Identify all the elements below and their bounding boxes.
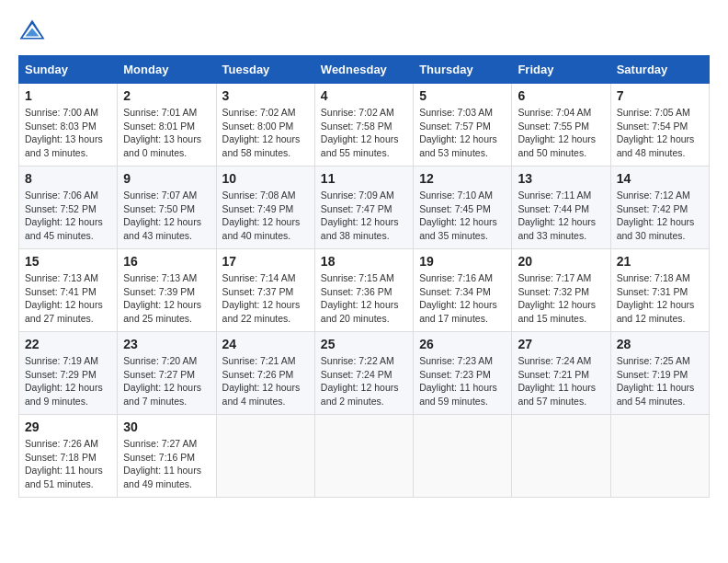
day-cell: 10Sunrise: 7:08 AM Sunset: 7:49 PM Dayli… — [216, 167, 314, 249]
day-cell: 6Sunrise: 7:04 AM Sunset: 7:55 PM Daylig… — [512, 84, 610, 167]
day-cell — [414, 415, 512, 498]
day-cell: 16Sunrise: 7:13 AM Sunset: 7:39 PM Dayli… — [118, 249, 216, 332]
day-number: 7 — [617, 88, 703, 103]
day-info: Sunrise: 7:16 AM Sunset: 7:34 PM Dayligh… — [419, 271, 506, 326]
header-cell-friday: Friday — [512, 56, 610, 84]
day-cell — [610, 415, 709, 498]
day-number: 14 — [617, 171, 703, 186]
day-number: 8 — [25, 171, 111, 186]
header-cell-thursday: Thursday — [414, 56, 512, 84]
day-cell: 24Sunrise: 7:21 AM Sunset: 7:26 PM Dayli… — [216, 332, 314, 415]
day-info: Sunrise: 7:13 AM Sunset: 7:41 PM Dayligh… — [25, 271, 111, 326]
day-info: Sunrise: 7:12 AM Sunset: 7:42 PM Dayligh… — [617, 189, 703, 243]
header — [18, 18, 710, 46]
day-number: 29 — [25, 419, 111, 434]
day-cell: 3Sunrise: 7:02 AM Sunset: 8:00 PM Daylig… — [216, 84, 314, 167]
day-info: Sunrise: 7:18 AM Sunset: 7:31 PM Dayligh… — [617, 271, 703, 326]
day-number: 20 — [518, 254, 604, 269]
day-info: Sunrise: 7:15 AM Sunset: 7:36 PM Dayligh… — [321, 271, 407, 326]
day-info: Sunrise: 7:07 AM Sunset: 7:50 PM Dayligh… — [123, 189, 210, 243]
week-row-3: 15Sunrise: 7:13 AM Sunset: 7:41 PM Dayli… — [19, 249, 710, 332]
day-info: Sunrise: 7:03 AM Sunset: 7:57 PM Dayligh… — [419, 106, 506, 160]
day-info: Sunrise: 7:00 AM Sunset: 8:03 PM Dayligh… — [25, 106, 111, 160]
header-cell-tuesday: Tuesday — [216, 56, 314, 84]
week-row-2: 8Sunrise: 7:06 AM Sunset: 7:52 PM Daylig… — [19, 167, 710, 249]
day-cell: 29Sunrise: 7:26 AM Sunset: 7:18 PM Dayli… — [19, 415, 118, 498]
day-info: Sunrise: 7:10 AM Sunset: 7:45 PM Dayligh… — [419, 189, 506, 243]
day-info: Sunrise: 7:02 AM Sunset: 8:00 PM Dayligh… — [222, 106, 309, 160]
week-row-1: 1Sunrise: 7:00 AM Sunset: 8:03 PM Daylig… — [19, 84, 710, 167]
day-cell: 20Sunrise: 7:17 AM Sunset: 7:32 PM Dayli… — [512, 249, 610, 332]
day-info: Sunrise: 7:05 AM Sunset: 7:54 PM Dayligh… — [617, 106, 703, 160]
day-number: 22 — [25, 337, 111, 351]
day-number: 1 — [25, 88, 111, 103]
day-info: Sunrise: 7:04 AM Sunset: 7:55 PM Dayligh… — [518, 106, 604, 160]
day-number: 5 — [419, 88, 506, 103]
header-cell-wednesday: Wednesday — [314, 56, 413, 84]
logo — [18, 18, 50, 46]
day-cell — [512, 415, 610, 498]
day-cell: 17Sunrise: 7:14 AM Sunset: 7:37 PM Dayli… — [216, 249, 314, 332]
day-number: 9 — [123, 171, 210, 186]
day-cell: 2Sunrise: 7:01 AM Sunset: 8:01 PM Daylig… — [118, 84, 216, 167]
day-number: 15 — [25, 254, 111, 269]
week-row-4: 22Sunrise: 7:19 AM Sunset: 7:29 PM Dayli… — [19, 332, 710, 415]
logo-icon — [18, 18, 46, 46]
day-number: 2 — [123, 88, 210, 103]
day-number: 4 — [321, 88, 407, 103]
day-cell: 7Sunrise: 7:05 AM Sunset: 7:54 PM Daylig… — [610, 84, 709, 167]
day-info: Sunrise: 7:24 AM Sunset: 7:21 PM Dayligh… — [518, 354, 604, 408]
day-cell: 14Sunrise: 7:12 AM Sunset: 7:42 PM Dayli… — [610, 167, 709, 249]
day-cell: 19Sunrise: 7:16 AM Sunset: 7:34 PM Dayli… — [414, 249, 512, 332]
day-number: 30 — [123, 419, 210, 434]
day-number: 17 — [222, 254, 309, 269]
day-number: 25 — [321, 337, 407, 351]
day-info: Sunrise: 7:13 AM Sunset: 7:39 PM Dayligh… — [123, 271, 210, 326]
day-number: 27 — [518, 337, 604, 351]
day-cell: 28Sunrise: 7:25 AM Sunset: 7:19 PM Dayli… — [610, 332, 709, 415]
day-number: 6 — [518, 88, 604, 103]
day-info: Sunrise: 7:17 AM Sunset: 7:32 PM Dayligh… — [518, 271, 604, 326]
day-cell: 13Sunrise: 7:11 AM Sunset: 7:44 PM Dayli… — [512, 167, 610, 249]
day-number: 18 — [321, 254, 407, 269]
day-info: Sunrise: 7:02 AM Sunset: 7:58 PM Dayligh… — [321, 106, 407, 160]
calendar-table: SundayMondayTuesdayWednesdayThursdayFrid… — [18, 55, 710, 498]
header-cell-monday: Monday — [118, 56, 216, 84]
day-number: 26 — [419, 337, 506, 351]
day-number: 11 — [321, 171, 407, 186]
day-cell: 23Sunrise: 7:20 AM Sunset: 7:27 PM Dayli… — [118, 332, 216, 415]
day-info: Sunrise: 7:22 AM Sunset: 7:24 PM Dayligh… — [321, 354, 407, 408]
day-info: Sunrise: 7:26 AM Sunset: 7:18 PM Dayligh… — [25, 437, 111, 491]
header-cell-sunday: Sunday — [19, 56, 118, 84]
day-info: Sunrise: 7:27 AM Sunset: 7:16 PM Dayligh… — [123, 437, 210, 491]
day-info: Sunrise: 7:11 AM Sunset: 7:44 PM Dayligh… — [518, 189, 604, 243]
day-info: Sunrise: 7:23 AM Sunset: 7:23 PM Dayligh… — [419, 354, 506, 408]
day-number: 19 — [419, 254, 506, 269]
day-cell: 8Sunrise: 7:06 AM Sunset: 7:52 PM Daylig… — [19, 167, 118, 249]
day-cell: 21Sunrise: 7:18 AM Sunset: 7:31 PM Dayli… — [610, 249, 709, 332]
day-info: Sunrise: 7:25 AM Sunset: 7:19 PM Dayligh… — [617, 354, 703, 408]
header-row: SundayMondayTuesdayWednesdayThursdayFrid… — [19, 56, 710, 84]
day-cell: 22Sunrise: 7:19 AM Sunset: 7:29 PM Dayli… — [19, 332, 118, 415]
day-number: 3 — [222, 88, 309, 103]
day-number: 10 — [222, 171, 309, 186]
day-cell: 26Sunrise: 7:23 AM Sunset: 7:23 PM Dayli… — [414, 332, 512, 415]
day-number: 16 — [123, 254, 210, 269]
day-number: 23 — [123, 337, 210, 351]
week-row-5: 29Sunrise: 7:26 AM Sunset: 7:18 PM Dayli… — [19, 415, 710, 498]
day-info: Sunrise: 7:08 AM Sunset: 7:49 PM Dayligh… — [222, 189, 309, 243]
day-number: 13 — [518, 171, 604, 186]
day-cell — [216, 415, 314, 498]
day-cell: 5Sunrise: 7:03 AM Sunset: 7:57 PM Daylig… — [414, 84, 512, 167]
day-cell — [314, 415, 413, 498]
day-info: Sunrise: 7:14 AM Sunset: 7:37 PM Dayligh… — [222, 271, 309, 326]
day-cell: 11Sunrise: 7:09 AM Sunset: 7:47 PM Dayli… — [314, 167, 413, 249]
day-cell: 9Sunrise: 7:07 AM Sunset: 7:50 PM Daylig… — [118, 167, 216, 249]
day-number: 21 — [617, 254, 703, 269]
day-cell: 27Sunrise: 7:24 AM Sunset: 7:21 PM Dayli… — [512, 332, 610, 415]
day-info: Sunrise: 7:06 AM Sunset: 7:52 PM Dayligh… — [25, 189, 111, 243]
day-number: 12 — [419, 171, 506, 186]
day-cell: 12Sunrise: 7:10 AM Sunset: 7:45 PM Dayli… — [414, 167, 512, 249]
day-info: Sunrise: 7:01 AM Sunset: 8:01 PM Dayligh… — [123, 106, 210, 160]
header-cell-saturday: Saturday — [610, 56, 709, 84]
